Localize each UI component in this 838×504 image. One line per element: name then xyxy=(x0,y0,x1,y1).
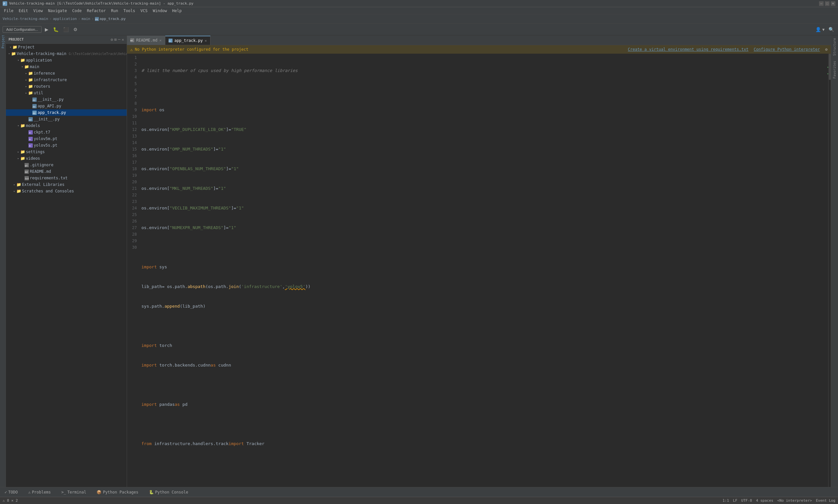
tree-item-app-track[interactable]: ▸ py app_track.py xyxy=(6,109,127,116)
status-position[interactable]: 1:1 xyxy=(723,499,729,503)
scrollbar-thumb[interactable] xyxy=(829,54,831,80)
code-content[interactable]: # limit the number of cpus used by high … xyxy=(140,54,826,487)
tree-item-routers[interactable]: ▸ 📁 routers xyxy=(6,83,127,90)
tree-item-application[interactable]: ▾ 📁 application xyxy=(6,57,127,64)
tree-arrow-main: ▾ xyxy=(20,65,24,69)
profile-button[interactable]: 👤 ▾ xyxy=(814,26,826,33)
tree-arrow-project: ▾ xyxy=(8,45,13,49)
minimize-button[interactable]: ─ xyxy=(819,1,824,6)
stop-button[interactable]: ⬛ xyxy=(62,26,70,33)
tree-item-init2[interactable]: ▸ py __init__.py xyxy=(6,116,127,122)
tree-item-infrastructure[interactable]: ▸ 📁 infrastructure xyxy=(6,76,127,83)
tree-item-external-libs[interactable]: ▸ 📁 External Libraries xyxy=(6,181,127,188)
tab-readme-close[interactable]: ✕ xyxy=(159,38,162,42)
tree-item-vehicle-tracking[interactable]: ▾ 📁 Vehicle-tracking-main G:\TestCode\Ve… xyxy=(6,50,127,57)
menu-refactor[interactable]: Refactor xyxy=(84,7,108,14)
tree-item-videos[interactable]: ▸ 📁 videos xyxy=(6,155,127,162)
md-icon-readme: md xyxy=(24,169,29,174)
maximize-button[interactable]: □ xyxy=(825,1,830,6)
folder-icon-project: 📁 xyxy=(13,45,17,50)
tree-item-settings[interactable]: ▸ 📁 settings xyxy=(6,148,127,155)
tree-arrow-routers: ▸ xyxy=(24,85,28,88)
close-button[interactable]: ✕ xyxy=(831,1,835,6)
status-line-sep[interactable]: LF xyxy=(733,499,737,503)
tree-item-requirements[interactable]: ▸ txt requirements.txt xyxy=(6,175,127,181)
tab-terminal[interactable]: >_ Terminal xyxy=(58,488,89,497)
menu-file[interactable]: File xyxy=(1,7,16,14)
menu-help[interactable]: Help xyxy=(170,7,184,14)
tab-problems[interactable]: ⚠ Problems xyxy=(25,488,53,497)
menu-tools[interactable]: Tools xyxy=(121,7,138,14)
tree-item-scratches[interactable]: ▸ 📁 Scratches and Consoles xyxy=(6,188,127,194)
menu-run[interactable]: Run xyxy=(108,7,121,14)
code-line-22 xyxy=(140,480,826,486)
structure-panel-button[interactable]: Structure xyxy=(832,35,837,58)
tab-python-packages[interactable]: 📦 Python Packages xyxy=(94,488,141,497)
breadcrumb-project[interactable]: Vehicle-tracking-main xyxy=(3,17,48,21)
status-warnings[interactable]: ⚠ 8 ✕ 2 xyxy=(3,499,18,503)
py-file-icon: py xyxy=(95,17,99,21)
tree-item-util[interactable]: ▸ 📁 util xyxy=(6,90,127,96)
menu-navigate[interactable]: Navigate xyxy=(46,7,70,14)
tree-arrow-models: ▾ xyxy=(16,124,20,128)
tree-item-yolov5s[interactable]: ▸ m yolov5s.pt xyxy=(6,142,127,148)
tab-todo[interactable]: ✓ TODO xyxy=(2,488,20,497)
sidebar-close-icon[interactable]: ✕ xyxy=(122,37,124,42)
menu-vcs[interactable]: VCS xyxy=(138,7,150,14)
code-line-2 xyxy=(140,87,826,94)
menu-view[interactable]: View xyxy=(31,7,46,14)
minimap-scrollbar[interactable] xyxy=(828,54,831,487)
debug-button[interactable]: 🐛 xyxy=(52,26,60,33)
sidebar-expand-icon[interactable]: ⊞ xyxy=(114,37,117,42)
status-encoding[interactable]: UTF-8 xyxy=(741,499,752,503)
breadcrumb-application[interactable]: application xyxy=(53,17,77,21)
tab-app-track[interactable]: py app_track.py ✕ xyxy=(165,36,211,45)
tree-item-inference[interactable]: ▸ 📁 inference xyxy=(6,70,127,76)
settings-toolbar-button[interactable]: ⚙ xyxy=(72,26,79,33)
tab-readme[interactable]: md README.md ✕ xyxy=(127,36,165,45)
tab-python-console[interactable]: 🐍 Python Console xyxy=(146,488,191,497)
configure-interpreter-link[interactable]: Configure Python interpreter xyxy=(753,47,820,52)
favorites-panel-button[interactable]: Favorites xyxy=(832,58,837,81)
breadcrumb-main[interactable]: main xyxy=(82,17,90,21)
tree-label-videos: videos xyxy=(26,156,40,161)
tree-item-readme[interactable]: ▸ md README.md xyxy=(6,168,127,175)
sidebar-settings-icon[interactable]: ⚙ xyxy=(111,37,113,42)
tab-app-track-close[interactable]: ✕ xyxy=(204,39,207,43)
create-venv-link[interactable]: Create a virtual environment using requi… xyxy=(628,47,748,52)
status-interpreter[interactable]: <No interpreter> xyxy=(777,499,812,503)
main-toolbar: Add Configuration... ▶ 🐛 ⬛ ⚙ 👤 ▾ 🔍 xyxy=(0,23,838,35)
code-line-10 xyxy=(140,244,826,251)
right-panel-strip: Structure Favorites xyxy=(831,35,838,487)
sidebar-tree: ▾ 📁 Project ▾ 📁 Vehicle-tracking-main G:… xyxy=(6,44,127,487)
code-line-19 xyxy=(140,421,826,428)
sidebar-collapse-icon[interactable]: ─ xyxy=(118,37,121,42)
tree-item-main[interactable]: ▾ 📁 main xyxy=(6,64,127,70)
tree-item-ckpt[interactable]: ▸ m ckpt.t7 xyxy=(6,129,127,136)
info-gear-icon[interactable]: ⚙ xyxy=(825,47,827,52)
folder-icon-routers: 📁 xyxy=(28,84,33,89)
search-toolbar-button[interactable]: 🔍 xyxy=(827,26,835,33)
tree-item-project[interactable]: ▾ 📁 Project xyxy=(6,44,127,50)
tree-arrow-external: ▸ xyxy=(13,183,16,186)
window-controls: ─ □ ✕ xyxy=(819,1,835,6)
line-numbers: 12345 678910 1112131415 1617181920 21222… xyxy=(127,54,140,487)
tree-label-settings: settings xyxy=(26,149,45,154)
tree-item-models[interactable]: ▾ 📁 models xyxy=(6,122,127,129)
tree-label-main: main xyxy=(30,65,39,69)
project-strip-icon[interactable]: Project xyxy=(0,39,6,44)
tree-label-app-api: app_API.py xyxy=(38,104,61,108)
menu-edit[interactable]: Edit xyxy=(16,7,31,14)
title-bar: P Vehicle-tracking-main [G:\TestCode\Veh… xyxy=(0,0,838,7)
run-button[interactable]: ▶ xyxy=(43,26,50,33)
menu-window[interactable]: Window xyxy=(150,7,170,14)
py-icon-app-track: py xyxy=(32,110,37,115)
tree-item-yolov5m[interactable]: ▸ m yolov5m.pt xyxy=(6,136,127,142)
tree-item-app-api[interactable]: ▸ py app_API.py xyxy=(6,103,127,109)
tree-item-init-py[interactable]: ▸ py __init__.py xyxy=(6,96,127,103)
tree-item-gitignore[interactable]: ▸ gi .gitignore xyxy=(6,162,127,168)
status-indent[interactable]: 4 spaces xyxy=(756,499,773,503)
menu-code[interactable]: Code xyxy=(70,7,85,14)
status-event-log[interactable]: Event Log xyxy=(816,499,835,503)
add-configuration-button[interactable]: Add Configuration... xyxy=(3,26,41,33)
